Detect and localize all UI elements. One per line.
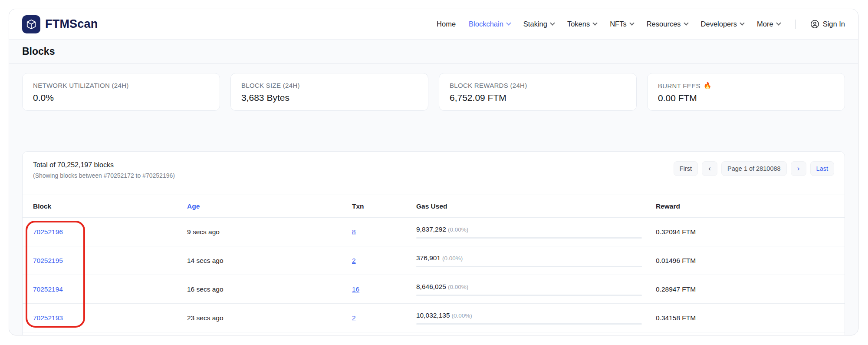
- prev-page-button[interactable]: ‹: [702, 161, 717, 176]
- page-title: Blocks: [22, 46, 845, 57]
- stat-card-network-utilization: NETWORK UTILIZATION (24H) 0.0%: [22, 73, 220, 111]
- stat-value: 0.00 FTM: [658, 93, 834, 103]
- sign-in-button[interactable]: Sign In: [810, 20, 845, 29]
- nav-label: Blockchain: [469, 20, 503, 28]
- block-reward: 0.28947 FTM: [656, 285, 834, 293]
- column-header-block: Block: [33, 202, 187, 210]
- last-page-button[interactable]: Last: [810, 161, 834, 176]
- nav-item-blockchain[interactable]: Blockchain: [469, 20, 510, 28]
- block-number-link[interactable]: 70252193: [33, 314, 63, 322]
- flame-icon: 🔥: [704, 82, 712, 90]
- block-reward: 0.32094 FTM: [656, 228, 834, 236]
- brand-logo[interactable]: FTMScan: [22, 15, 98, 33]
- nav-label: Resources: [647, 20, 681, 28]
- nav-item-home[interactable]: Home: [437, 20, 456, 28]
- nav-item-staking[interactable]: Staking: [523, 20, 554, 28]
- txn-count-link[interactable]: 8: [352, 228, 356, 236]
- gas-used-percent: (0.00%): [452, 312, 472, 319]
- nav-label: Staking: [523, 20, 547, 28]
- main-nav: Home Blockchain Staking Tokens NFTs Reso…: [437, 20, 845, 29]
- stats-row: NETWORK UTILIZATION (24H) 0.0% BLOCK SIZ…: [9, 64, 858, 111]
- gas-used-value: 8,646,025: [416, 283, 446, 290]
- first-page-button[interactable]: First: [674, 161, 698, 176]
- nav-label: Tokens: [567, 20, 590, 28]
- column-header-reward: Reward: [656, 202, 834, 210]
- block-number-link[interactable]: 70252194: [33, 285, 63, 293]
- txn-count-link[interactable]: 16: [352, 285, 359, 293]
- block-age: 23 secs ago: [187, 314, 352, 322]
- stat-label: BURNT FEES 🔥: [658, 82, 834, 90]
- gas-used-progress-bar: [416, 295, 642, 296]
- stat-label-text: BURNT FEES: [658, 82, 700, 90]
- table-row: 70252194 16 secs ago 16 8,646,025(0.00%)…: [23, 275, 845, 304]
- block-age: 14 secs ago: [187, 257, 352, 265]
- stat-card-block-rewards: BLOCK REWARDS (24H) 6,752.09 FTM: [439, 73, 637, 111]
- sign-in-label: Sign In: [823, 20, 845, 28]
- nav-item-nfts[interactable]: NFTs: [610, 20, 634, 28]
- page-content: Blocks NETWORK UTILIZATION (24H) 0.0% BL…: [9, 40, 858, 335]
- brand-name: FTMScan: [45, 17, 98, 31]
- nav-label: Developers: [701, 20, 737, 28]
- table-summary: Total of 70,252,197 blocks (Showing bloc…: [33, 161, 175, 179]
- total-blocks-text: Total of 70,252,197 blocks: [33, 161, 175, 169]
- gas-used-cell: 376,901(0.00%): [416, 254, 656, 267]
- nav-divider: [795, 20, 796, 29]
- page-header: Blocks: [9, 40, 858, 64]
- nav-item-more[interactable]: More: [757, 20, 780, 28]
- chevron-down-icon: [740, 20, 744, 25]
- gas-used-percent: (0.00%): [442, 255, 463, 262]
- gas-used-cell: 10,032,135(0.00%): [416, 312, 656, 325]
- block-number-link[interactable]: 70252196: [33, 228, 63, 236]
- block-reward: 0.34158 FTM: [656, 314, 834, 322]
- user-icon: [810, 20, 819, 29]
- current-page-indicator: Page 1 of 2810088: [721, 161, 787, 176]
- stat-label: BLOCK REWARDS (24H): [450, 82, 626, 89]
- stat-label: BLOCK SIZE (24H): [241, 82, 418, 89]
- stat-card-burnt-fees: BURNT FEES 🔥 0.00 FTM: [647, 73, 845, 111]
- gas-used-value: 376,901: [416, 254, 441, 262]
- gas-used-cell: 8,646,025(0.00%): [416, 283, 656, 296]
- block-reward: 0.01496 FTM: [656, 257, 834, 265]
- block-number-link[interactable]: 70252195: [33, 257, 63, 264]
- chevron-down-icon: [550, 20, 555, 25]
- stat-value: 6,752.09 FTM: [450, 93, 626, 103]
- gas-used-value: 9,837,292: [416, 226, 446, 233]
- chevron-down-icon: [629, 20, 634, 25]
- gas-used-progress-bar: [416, 266, 642, 267]
- column-header-gas-used: Gas Used: [416, 202, 656, 210]
- stat-value: 3,683 Bytes: [241, 93, 418, 103]
- app-window: FTMScan Home Blockchain Staking Tokens N…: [9, 9, 858, 335]
- nav-item-developers[interactable]: Developers: [701, 20, 744, 28]
- gas-used-percent: (0.00%): [448, 284, 468, 290]
- table-row: 70252193 23 secs ago 2 10,032,135(0.00%)…: [23, 304, 845, 332]
- top-navbar: FTMScan Home Blockchain Staking Tokens N…: [9, 9, 858, 40]
- chevron-down-icon: [593, 20, 598, 25]
- txn-count-link[interactable]: 2: [352, 314, 356, 322]
- nav-item-resources[interactable]: Resources: [647, 20, 688, 28]
- column-header-txn: Txn: [352, 202, 416, 210]
- gas-used-value: 10,032,135: [416, 312, 450, 319]
- pagination: First ‹ Page 1 of 2810088 › Last: [674, 161, 834, 176]
- nav-label: NFTs: [610, 20, 627, 28]
- next-page-button[interactable]: ›: [791, 161, 806, 176]
- nav-label: Home: [437, 20, 456, 28]
- gas-used-progress-bar: [416, 237, 642, 239]
- gas-used-cell: 9,837,292(0.00%): [416, 226, 656, 239]
- chevron-down-icon: [506, 20, 511, 25]
- showing-range-text: (Showing blocks between #70252172 to #70…: [33, 172, 175, 179]
- cube-icon: [22, 15, 40, 33]
- table-row: 70252195 14 secs ago 2 376,901(0.00%) 0.…: [23, 246, 845, 275]
- gas-used-percent: (0.00%): [448, 226, 468, 233]
- table-header-row: Block Age Txn Gas Used Reward: [23, 195, 845, 218]
- nav-label: More: [757, 20, 773, 28]
- nav-item-tokens[interactable]: Tokens: [567, 20, 597, 28]
- column-header-age[interactable]: Age: [187, 202, 352, 210]
- chevron-down-icon: [684, 20, 688, 25]
- txn-count-link[interactable]: 2: [352, 257, 356, 264]
- chevron-down-icon: [776, 20, 781, 25]
- blocks-table-card: Total of 70,252,197 blocks (Showing bloc…: [22, 151, 845, 335]
- block-age: 9 secs ago: [187, 228, 352, 236]
- gas-used-progress-bar: [416, 323, 642, 325]
- stat-label: NETWORK UTILIZATION (24H): [33, 82, 209, 89]
- table-toolbar: Total of 70,252,197 blocks (Showing bloc…: [23, 152, 845, 195]
